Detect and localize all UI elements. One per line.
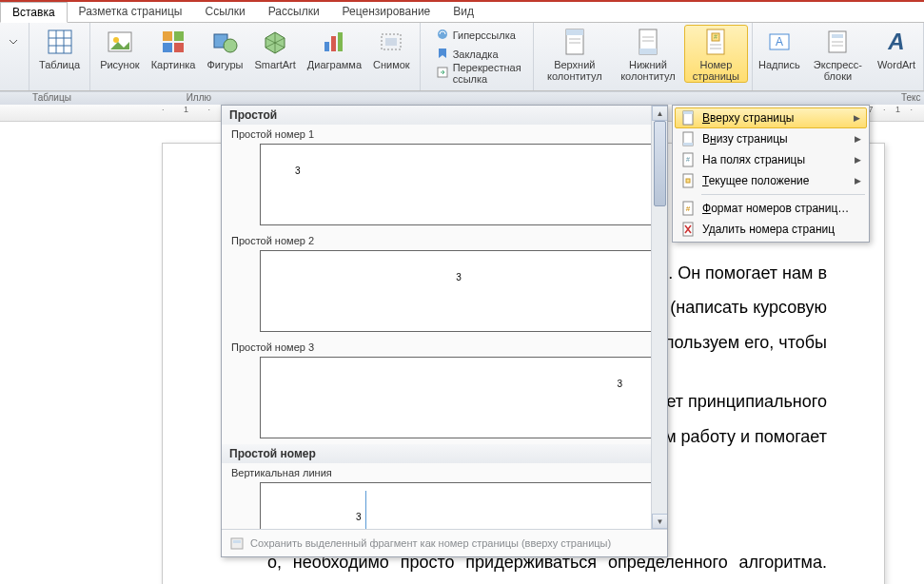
page-number-button[interactable]: # Номер страницы <box>684 25 748 83</box>
menu-label: Внизу страницы <box>702 132 788 146</box>
gallery-item-vertical-line[interactable]: 3 <box>260 482 658 529</box>
menu-current-position[interactable]: Текущее положение ▶ <box>675 170 867 191</box>
group-illu-label: Иллю <box>82 92 215 105</box>
smartart-button[interactable]: SmartArt <box>248 25 301 70</box>
svg-rect-0 <box>49 30 71 53</box>
current-position-icon <box>680 173 696 188</box>
group-tables-label: Таблицы <box>27 92 82 105</box>
svg-text:A: A <box>887 29 904 54</box>
svg-rect-21 <box>566 29 583 35</box>
chart-icon <box>319 27 349 57</box>
footer-button[interactable]: Нижний колонтитул <box>612 25 684 82</box>
tab-view[interactable]: Вид <box>442 2 485 22</box>
bookmark-button[interactable]: Закладка <box>432 46 525 63</box>
table-button[interactable]: Таблица <box>33 25 86 70</box>
menu-remove-page-numbers[interactable]: Удалить номера страниц <box>675 219 867 240</box>
page-number-icon: # <box>700 27 731 57</box>
svg-rect-14 <box>331 36 336 51</box>
gallery-item-label: Простой номер 1 <box>222 125 667 142</box>
hyperlink-button[interactable]: Гиперссылка <box>432 27 525 44</box>
screenshot-button[interactable]: Снимок <box>367 25 416 70</box>
menu-label: Текущее положение <box>702 174 809 187</box>
svg-point-12 <box>224 39 237 52</box>
submenu-arrow-icon: ▶ <box>855 176 861 185</box>
shapes-icon <box>209 27 240 57</box>
crossref-icon <box>436 66 449 81</box>
clipart-icon <box>158 27 188 57</box>
gallery-scrollbar[interactable]: ▲ ▼ <box>651 106 667 529</box>
svg-rect-49 <box>686 179 690 183</box>
scroll-up-icon[interactable]: ▲ <box>652 106 667 121</box>
wordart-button[interactable]: A WordArt <box>874 25 919 70</box>
gallery-save-selection[interactable]: Сохранить выделенный фрагмент как номер … <box>222 529 667 556</box>
clipart-label: Картинка <box>151 59 196 70</box>
group-text-label: Текс <box>895 92 924 105</box>
gallery-item-label: Вертикальная линия <box>222 463 667 480</box>
submenu-arrow-icon: ▶ <box>855 134 861 144</box>
svg-rect-36 <box>832 34 843 38</box>
gallery-category: Простой номер <box>222 444 667 463</box>
textbox-button[interactable]: A Надпись <box>757 25 802 70</box>
quickparts-icon <box>822 27 853 57</box>
tab-insert[interactable]: Вставка <box>0 2 68 23</box>
gallery-item-label: Простой номер 3 <box>222 338 667 355</box>
svg-rect-9 <box>163 43 172 52</box>
page-margins-icon: # <box>680 152 696 167</box>
picture-button[interactable]: Рисунок <box>94 25 146 70</box>
header-button[interactable]: Верхний колонтитул <box>538 25 612 82</box>
textbox-icon: A <box>764 27 795 57</box>
footer-label: Нижний колонтитул <box>618 59 678 82</box>
ribbon-tabs: Вставка Разметка страницы Ссылки Рассылк… <box>0 2 924 23</box>
svg-rect-45 <box>683 143 693 146</box>
menu-page-margins[interactable]: # На полях страницы ▶ <box>675 149 867 170</box>
wordart-icon: A <box>881 27 912 57</box>
gallery-footer-label: Сохранить выделенный фрагмент как номер … <box>250 537 611 549</box>
table-label: Таблица <box>39 59 80 70</box>
screenshot-icon <box>376 27 406 57</box>
scroll-thumb[interactable] <box>654 121 666 206</box>
crossref-label: Перекрестная ссылка <box>453 62 521 85</box>
hyperlink-icon <box>436 28 449 43</box>
workspace: · 1 · 2 · 1 17 · 1 · но. Он помогает нам… <box>0 105 924 584</box>
screenshot-label: Снимок <box>373 59 410 70</box>
tab-references[interactable]: Ссылки <box>193 2 256 22</box>
svg-text:#: # <box>686 156 690 163</box>
gallery-item-simple-2[interactable]: 3 <box>260 250 658 332</box>
gallery-item-simple-1[interactable]: 3 <box>260 144 658 225</box>
svg-rect-13 <box>324 42 329 51</box>
header-icon <box>560 27 590 57</box>
page-number-gallery: Простой Простой номер 1 3 Простой номер … <box>221 105 668 557</box>
svg-rect-41 <box>233 540 241 543</box>
menu-label: Вверху страницы <box>702 111 794 125</box>
textbox-label: Надпись <box>758 59 800 70</box>
svg-rect-25 <box>639 49 657 54</box>
menu-label: Удалить номера страниц <box>702 223 835 236</box>
hyperlink-label: Гиперссылка <box>453 29 516 41</box>
quickparts-label: Экспресс-блоки <box>808 59 868 82</box>
menu-bottom-of-page[interactable]: Внизу страницы ▶ <box>675 128 867 149</box>
gallery-item-simple-3[interactable]: 3 <box>260 357 658 438</box>
tab-mailings[interactable]: Рассылки <box>257 2 331 22</box>
tab-page-layout[interactable]: Разметка страницы <box>68 2 194 22</box>
chart-label: Диаграмма <box>307 59 362 70</box>
bookmark-label: Закладка <box>453 49 499 60</box>
page-number-submenu: Вверху страницы ▶ Внизу страницы ▶ # На … <box>672 105 870 243</box>
picture-icon <box>105 27 135 57</box>
gallery-item-label: Простой номер 2 <box>222 231 667 248</box>
crossref-button[interactable]: Перекрестная ссылка <box>432 65 525 82</box>
tab-review[interactable]: Рецензирование <box>331 2 442 22</box>
chart-button[interactable]: Диаграмма <box>302 25 367 70</box>
shapes-button[interactable]: Фигуры <box>201 25 248 70</box>
dropdown-icon[interactable] <box>7 27 20 57</box>
svg-text:#: # <box>714 33 718 40</box>
menu-top-of-page[interactable]: Вверху страницы ▶ <box>675 107 867 128</box>
svg-rect-40 <box>231 538 243 549</box>
clipart-button[interactable]: Картинка <box>146 25 202 70</box>
scroll-down-icon[interactable]: ▼ <box>652 514 667 529</box>
ribbon-group-bar: Таблицы Иллю Текс <box>0 91 924 105</box>
menu-format-page-numbers[interactable]: # Формат номеров страниц… <box>675 198 867 219</box>
svg-rect-7 <box>163 31 172 41</box>
picture-label: Рисунок <box>100 59 140 70</box>
quickparts-button[interactable]: Экспресс-блоки <box>802 25 874 82</box>
save-fragment-icon <box>229 535 245 551</box>
